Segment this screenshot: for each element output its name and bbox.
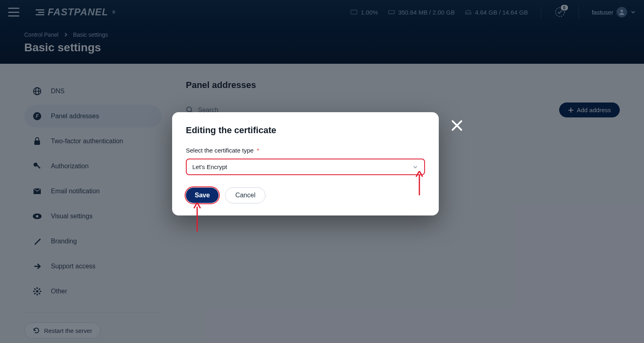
modal-close-button[interactable]	[450, 119, 464, 132]
save-button[interactable]: Save	[186, 188, 219, 203]
field-label: Select the certificate type *	[186, 147, 425, 154]
close-icon	[450, 119, 464, 132]
certificate-type-select[interactable]: Let's Encrypt	[186, 159, 425, 175]
modal-actions: Save Cancel	[186, 187, 425, 203]
chevron-down-icon	[412, 164, 419, 170]
field-label-text: Select the certificate type	[186, 147, 254, 154]
modal-title: Editing the certificate	[186, 125, 425, 136]
select-value: Let's Encrypt	[192, 163, 227, 170]
edit-certificate-modal: Editing the certificate Select the certi…	[172, 112, 439, 215]
required-marker: *	[257, 147, 259, 154]
cancel-button[interactable]: Cancel	[225, 187, 265, 203]
